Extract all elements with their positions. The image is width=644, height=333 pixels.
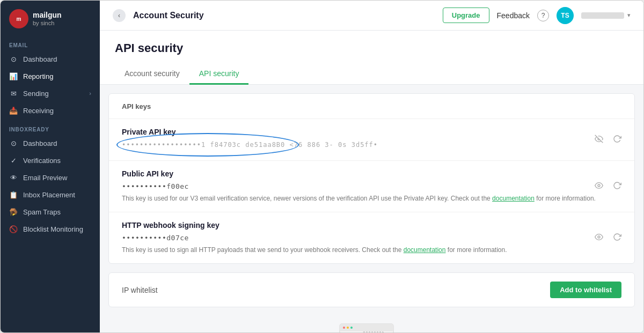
private-key-actions xyxy=(592,132,624,147)
receiving-icon: 📥 xyxy=(9,106,18,115)
ip-whitelist-row: IP whitelist Add to whitelist xyxy=(109,273,634,307)
public-api-key-block: Public API key ••••••••••f00ec This key … xyxy=(109,161,634,212)
private-key-label: Private API key xyxy=(122,128,621,136)
chevron-down-icon: ▾ xyxy=(627,12,631,19)
chevron-right-icon: › xyxy=(89,90,91,97)
sidebar-item-email-preview[interactable]: 👁 Email Preview xyxy=(1,169,100,186)
page-content: API security Account security API securi… xyxy=(100,31,643,332)
webhook-key-refresh-button[interactable] xyxy=(611,231,624,246)
private-key-refresh-button[interactable] xyxy=(611,132,624,147)
sidebar: m mailgun by sinch EMAIL ⊙ Dashboard 📊 R… xyxy=(1,1,100,332)
inboxready-section-label: INBOXREADY xyxy=(1,119,100,135)
webhook-key-doc-link[interactable]: documentation xyxy=(404,246,446,254)
upgrade-button[interactable]: Upgrade xyxy=(443,8,489,23)
public-key-show-button[interactable] xyxy=(592,179,605,194)
tabs: Account security API security xyxy=(115,64,628,84)
email-preview-icon: 👁 xyxy=(9,173,18,182)
page-title: API security xyxy=(115,41,628,55)
logo-text: mailgun by sinch xyxy=(33,11,62,27)
sidebar-item-dashboard[interactable]: ⊙ Dashboard xyxy=(1,50,100,68)
public-key-actions xyxy=(592,179,624,194)
illustration-area xyxy=(100,316,643,332)
webhook-key-show-button[interactable] xyxy=(592,231,605,246)
svg-point-3 xyxy=(598,184,600,187)
svg-point-8 xyxy=(347,327,349,329)
sidebar-item-spam-traps[interactable]: 🪤 Spam Traps xyxy=(1,203,100,220)
public-key-value: ••••••••••f00ec xyxy=(122,182,621,190)
user-dropdown[interactable]: ▾ xyxy=(581,12,631,19)
back-button[interactable]: ‹ xyxy=(113,9,126,22)
sending-icon: ✉ xyxy=(9,89,18,98)
private-key-hide-button[interactable] xyxy=(592,132,605,147)
topbar-actions: Upgrade Feedback ? TS ▾ xyxy=(443,7,631,24)
user-name xyxy=(581,12,624,19)
help-button[interactable]: ? xyxy=(537,10,549,21)
spam-traps-icon: 🪤 xyxy=(9,208,18,216)
public-key-label: Public API key xyxy=(122,169,621,178)
tab-account-security[interactable]: Account security xyxy=(115,64,189,85)
feedback-button[interactable]: Feedback xyxy=(497,11,530,20)
svg-point-9 xyxy=(350,327,353,329)
webhook-key-block: HTTP webhook signing key ••••••••••d07ce… xyxy=(109,212,634,263)
blocklist-icon: 🚫 xyxy=(9,225,18,233)
sidebar-item-inboxready-dashboard[interactable]: ⊙ Dashboard xyxy=(1,135,100,152)
dashboard-icon: ⊙ xyxy=(9,55,18,63)
svg-point-4 xyxy=(598,236,600,238)
public-key-refresh-button[interactable] xyxy=(611,179,624,194)
reporting-icon: 📊 xyxy=(9,72,18,80)
illustration xyxy=(329,321,415,332)
svg-point-7 xyxy=(343,327,345,329)
sidebar-item-reporting[interactable]: 📊 Reporting xyxy=(1,68,100,85)
public-key-desc: This key is used for our V3 email verifi… xyxy=(122,194,621,203)
svg-text:m: m xyxy=(17,16,21,22)
sidebar-item-inbox-placement[interactable]: 📋 Inbox Placement xyxy=(1,186,100,203)
logo-icon: m xyxy=(9,9,28,28)
sidebar-item-sending[interactable]: ✉ Sending › xyxy=(1,85,100,102)
webhook-key-value: ••••••••••d07ce xyxy=(122,234,621,242)
ip-whitelist-label: IP whitelist xyxy=(122,286,158,294)
private-key-value: ••••••••••••••••••1 f84703c de51aa8B0 <7… xyxy=(122,140,621,149)
api-keys-section: API keys Private API key •••••••••••••••… xyxy=(108,93,635,264)
avatar[interactable]: TS xyxy=(557,7,574,24)
webhook-key-desc: This key is used to sign all HTTP payloa… xyxy=(122,245,621,255)
public-key-doc-link[interactable]: documentation xyxy=(492,195,535,202)
verifications-icon: ✓ xyxy=(9,156,18,165)
api-keys-label: API keys xyxy=(122,102,151,110)
email-section-label: EMAIL xyxy=(1,35,100,50)
inbox-placement-icon: 📋 xyxy=(9,190,18,199)
webhook-key-actions xyxy=(592,231,624,246)
sidebar-item-receiving[interactable]: 📥 Receiving xyxy=(1,102,100,119)
ip-whitelist-section: IP whitelist Add to whitelist xyxy=(108,272,635,307)
topbar-title: Account Security xyxy=(133,11,443,20)
main-area: ‹ Account Security Upgrade Feedback ? TS… xyxy=(100,1,643,332)
private-key-container: ••••••••••••••••••1 f84703c de51aa8B0 <7… xyxy=(122,140,621,149)
add-to-whitelist-button[interactable]: Add to whitelist xyxy=(550,282,621,298)
page-header: API security Account security API securi… xyxy=(100,31,643,85)
logo: m mailgun by sinch xyxy=(1,1,100,35)
webhook-key-label: HTTP webhook signing key xyxy=(122,221,621,230)
inboxready-dashboard-icon: ⊙ xyxy=(9,139,18,147)
private-api-key-block: Private API key ••••••••••••••••••1 f847… xyxy=(109,119,634,161)
tab-api-security[interactable]: API security xyxy=(189,64,249,85)
sidebar-item-blocklist-monitoring[interactable]: 🚫 Blocklist Monitoring xyxy=(1,220,100,238)
section-header: API keys xyxy=(109,94,634,119)
sidebar-item-verifications[interactable]: ✓ Verifications xyxy=(1,152,100,169)
topbar: ‹ Account Security Upgrade Feedback ? TS… xyxy=(100,1,643,31)
